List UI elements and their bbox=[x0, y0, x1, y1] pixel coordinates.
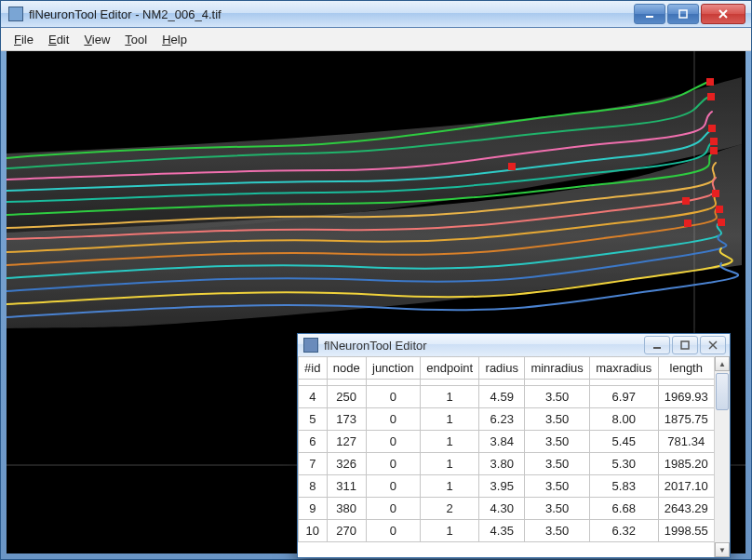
table-row[interactable]: 4250014.593.506.971969.93 bbox=[299, 386, 715, 408]
table-row[interactable]: 6127013.843.505.45781.34 bbox=[299, 431, 715, 453]
table-cell: 10 bbox=[299, 520, 328, 542]
table-row[interactable] bbox=[299, 380, 715, 386]
endpoint-marker[interactable] bbox=[706, 78, 714, 86]
panel-titlebar[interactable]: flNeuronTool Editor bbox=[298, 334, 730, 357]
table-cell: 5.83 bbox=[590, 475, 659, 498]
table-cell: 4.30 bbox=[479, 498, 525, 520]
column-length[interactable]: length bbox=[658, 357, 715, 380]
panel-maximize-button[interactable] bbox=[672, 336, 698, 354]
endpoint-marker[interactable] bbox=[716, 206, 723, 213]
table-row[interactable]: 9380024.303.506.682643.29 bbox=[299, 498, 715, 520]
column-node[interactable]: node bbox=[327, 357, 366, 380]
panel-close-button[interactable] bbox=[700, 336, 726, 354]
svg-rect-8 bbox=[681, 341, 689, 349]
table-cell: 1 bbox=[421, 386, 479, 408]
table-row[interactable]: 7326013.803.505.301985.20 bbox=[299, 453, 715, 475]
table-cell: 1985.20 bbox=[658, 453, 715, 475]
table-cell: 6.23 bbox=[479, 408, 525, 431]
table-cell: 326 bbox=[327, 453, 366, 475]
endpoint-marker[interactable] bbox=[718, 219, 725, 226]
table-cell: 3.50 bbox=[525, 453, 590, 475]
table-cell: 5.45 bbox=[590, 431, 659, 453]
panel-window-title: flNeuronTool Editor bbox=[324, 339, 642, 353]
table-cell: 0 bbox=[366, 453, 420, 475]
column-maxradius[interactable]: maxradius bbox=[590, 357, 659, 380]
endpoint-marker[interactable] bbox=[710, 138, 718, 145]
main-window-title: flNeuronTool Editor - NM2_006_4.tif bbox=[29, 7, 632, 21]
table-cell: 5 bbox=[299, 408, 328, 431]
endpoint-marker[interactable] bbox=[710, 147, 718, 154]
table-cell: 3.50 bbox=[525, 431, 590, 453]
table-cell: 1998.55 bbox=[658, 520, 715, 542]
table-row[interactable]: 10270014.353.506.321998.55 bbox=[299, 520, 715, 542]
table-row[interactable]: 5173016.233.508.001875.75 bbox=[299, 408, 715, 431]
close-button[interactable] bbox=[701, 4, 745, 24]
table-cell: 2643.29 bbox=[658, 498, 715, 520]
table-cell: 3.50 bbox=[525, 408, 590, 431]
table-cell: 4.35 bbox=[479, 520, 525, 542]
column-junction[interactable]: junction bbox=[366, 357, 420, 380]
panel-minimize-button[interactable] bbox=[644, 336, 670, 354]
menu-file[interactable]: File bbox=[7, 31, 41, 48]
endpoint-marker[interactable] bbox=[707, 93, 715, 100]
table-cell: 7 bbox=[299, 453, 328, 475]
endpoint-marker[interactable] bbox=[684, 220, 692, 227]
table-header-row: #idnodejunctionendpointradiusminradiusma… bbox=[299, 357, 715, 380]
table-cell: 8 bbox=[299, 475, 328, 498]
table-cell: 1 bbox=[421, 408, 479, 431]
menubar: FileEditViewToolHelp bbox=[1, 28, 751, 51]
endpoint-marker[interactable] bbox=[708, 125, 716, 132]
table-cell: 3.95 bbox=[479, 475, 525, 498]
column-radius[interactable]: radius bbox=[479, 357, 525, 380]
table-cell: 3.50 bbox=[525, 498, 590, 520]
table-cell: 3.50 bbox=[525, 386, 590, 408]
table-cell: 311 bbox=[327, 475, 366, 498]
menu-edit[interactable]: Edit bbox=[41, 31, 76, 48]
table-cell: 1969.93 bbox=[658, 386, 715, 408]
panel-app-icon bbox=[303, 338, 318, 353]
svg-rect-1 bbox=[679, 10, 687, 18]
main-titlebar[interactable]: flNeuronTool Editor - NM2_006_4.tif bbox=[1, 1, 751, 28]
table-cell: 6 bbox=[299, 431, 328, 453]
endpoint-marker[interactable] bbox=[508, 163, 516, 170]
table-cell: 3.80 bbox=[479, 453, 525, 475]
table-cell: 3.50 bbox=[525, 475, 590, 498]
table-cell: 0 bbox=[366, 431, 420, 453]
table-cell: 9 bbox=[299, 498, 328, 520]
scroll-up-button[interactable]: ▲ bbox=[715, 356, 730, 371]
menu-tool[interactable]: Tool bbox=[117, 31, 154, 48]
maximize-button[interactable] bbox=[667, 4, 699, 24]
column-#id[interactable]: #id bbox=[299, 357, 328, 380]
table-cell: 2 bbox=[421, 498, 479, 520]
menu-view[interactable]: View bbox=[76, 31, 117, 48]
table-cell: 8.00 bbox=[590, 408, 659, 431]
table-cell: 0 bbox=[366, 386, 420, 408]
scroll-down-button[interactable]: ▼ bbox=[715, 542, 730, 557]
table-cell: 6.32 bbox=[590, 520, 659, 542]
table-cell: 5.30 bbox=[590, 453, 659, 475]
table-cell: 6.97 bbox=[590, 386, 659, 408]
data-panel-window[interactable]: flNeuronTool Editor #idnodejunctionendpo… bbox=[297, 333, 731, 558]
column-endpoint[interactable]: endpoint bbox=[421, 357, 479, 380]
endpoint-marker[interactable] bbox=[712, 190, 719, 197]
table-cell: 2017.10 bbox=[658, 475, 715, 498]
table-cell: 3.50 bbox=[525, 520, 590, 542]
scroll-thumb[interactable] bbox=[716, 373, 729, 410]
table-row[interactable]: 8311013.953.505.832017.10 bbox=[299, 475, 715, 498]
column-minradius[interactable]: minradius bbox=[525, 357, 590, 380]
table-cell: 173 bbox=[327, 408, 366, 431]
data-table[interactable]: #idnodejunctionendpointradiusminradiusma… bbox=[298, 356, 715, 542]
table-cell: 1 bbox=[421, 431, 479, 453]
table-cell: 781.34 bbox=[658, 431, 715, 453]
table-cell: 380 bbox=[327, 498, 366, 520]
table-cell: 1875.75 bbox=[658, 408, 715, 431]
table-cell: 6.68 bbox=[590, 498, 659, 520]
table-cell: 3.84 bbox=[479, 431, 525, 453]
menu-help[interactable]: Help bbox=[154, 31, 195, 48]
table-cell: 1 bbox=[421, 453, 479, 475]
minimize-button[interactable] bbox=[634, 4, 665, 24]
table-cell: 270 bbox=[327, 520, 366, 542]
table-cell: 4 bbox=[299, 386, 328, 408]
vertical-scrollbar[interactable]: ▲ ▼ bbox=[714, 356, 730, 557]
endpoint-marker[interactable] bbox=[682, 197, 690, 205]
